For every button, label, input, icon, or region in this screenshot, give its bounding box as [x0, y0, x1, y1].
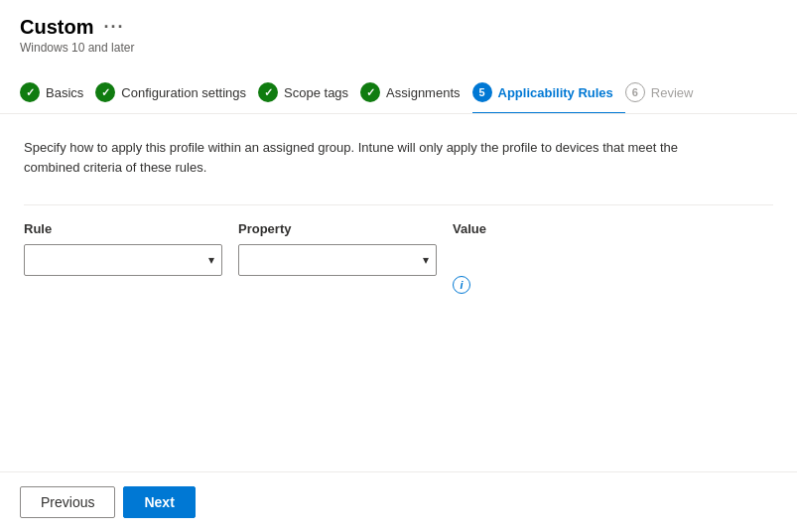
description-text: Specify how to apply this profile within… — [24, 138, 719, 177]
property-field-group: Property ▾ — [238, 221, 437, 276]
page-subtitle: Windows 10 and later — [20, 41, 777, 55]
wizard-step-applicability-rules[interactable]: 5 Applicability Rules — [472, 74, 625, 114]
step-label-assignments: Assignments — [386, 85, 460, 100]
next-button[interactable]: Next — [123, 486, 195, 518]
value-info-icon[interactable]: i — [453, 276, 470, 294]
step-label-applicability-rules: Applicability Rules — [498, 85, 613, 100]
main-content: Specify how to apply this profile within… — [0, 114, 797, 471]
previous-button[interactable]: Previous — [20, 486, 115, 518]
step-icon-applicability-rules: 5 — [472, 82, 492, 102]
page-header: Custom ··· Windows 10 and later — [0, 0, 797, 65]
step-icon-basics — [20, 82, 40, 102]
rule-label: Rule — [24, 221, 222, 244]
step-icon-scope-tags — [258, 82, 278, 102]
page-title-text: Custom — [20, 16, 93, 39]
property-dropdown-wrapper: ▾ — [238, 244, 437, 276]
property-label: Property — [238, 221, 437, 244]
wizard-step-assignments[interactable]: Assignments — [360, 74, 471, 114]
wizard-step-configuration-settings[interactable]: Configuration settings — [95, 74, 258, 114]
value-field-group: Value i — [453, 221, 773, 294]
wizard-navigation: Basics Configuration settings Scope tags… — [0, 65, 797, 114]
wizard-step-scope-tags[interactable]: Scope tags — [258, 74, 360, 114]
wizard-step-review[interactable]: 6 Review — [625, 74, 706, 114]
wizard-step-basics[interactable]: Basics — [20, 74, 95, 114]
rule-field-group: Rule ▾ — [24, 221, 222, 276]
step-label-configuration-settings: Configuration settings — [121, 85, 246, 100]
step-label-scope-tags: Scope tags — [284, 85, 348, 100]
footer: Previous Next — [0, 471, 797, 532]
value-label: Value — [453, 221, 773, 244]
step-icon-review: 6 — [625, 82, 645, 102]
value-column: i — [453, 244, 773, 294]
applicability-rules-form: Rule ▾ Property ▾ Value i — [24, 204, 773, 294]
property-dropdown[interactable] — [238, 244, 437, 276]
step-label-basics: Basics — [46, 85, 83, 100]
step-icon-assignments — [360, 82, 380, 102]
rule-dropdown-wrapper: ▾ — [24, 244, 222, 276]
ellipsis-menu-icon[interactable]: ··· — [103, 17, 124, 38]
rule-dropdown[interactable] — [24, 244, 222, 276]
step-label-review: Review — [651, 85, 694, 100]
step-icon-configuration-settings — [95, 82, 115, 102]
